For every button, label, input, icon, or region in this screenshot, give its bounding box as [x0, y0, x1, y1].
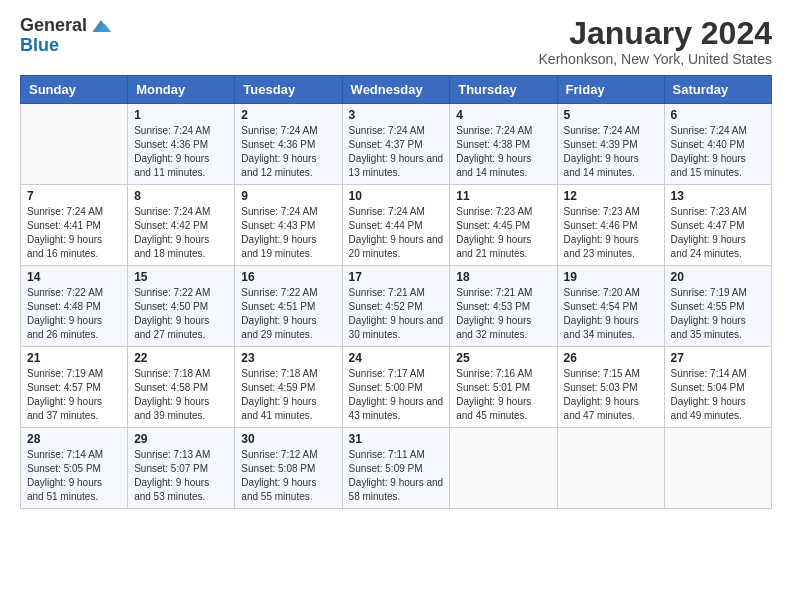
calendar-cell: 11Sunrise: 7:23 AMSunset: 4:45 PMDayligh… — [450, 185, 557, 266]
calendar-cell: 28Sunrise: 7:14 AMSunset: 5:05 PMDayligh… — [21, 428, 128, 509]
calendar-week-5: 28Sunrise: 7:14 AMSunset: 5:05 PMDayligh… — [21, 428, 772, 509]
calendar-cell: 8Sunrise: 7:24 AMSunset: 4:42 PMDaylight… — [128, 185, 235, 266]
calendar-cell: 2Sunrise: 7:24 AMSunset: 4:36 PMDaylight… — [235, 104, 342, 185]
day-number: 14 — [27, 270, 121, 284]
calendar-cell: 26Sunrise: 7:15 AMSunset: 5:03 PMDayligh… — [557, 347, 664, 428]
calendar-week-1: 1Sunrise: 7:24 AMSunset: 4:36 PMDaylight… — [21, 104, 772, 185]
calendar-cell: 31Sunrise: 7:11 AMSunset: 5:09 PMDayligh… — [342, 428, 450, 509]
day-info: Sunrise: 7:14 AMSunset: 5:04 PMDaylight:… — [671, 367, 765, 423]
calendar-cell: 25Sunrise: 7:16 AMSunset: 5:01 PMDayligh… — [450, 347, 557, 428]
calendar-cell — [664, 428, 771, 509]
calendar-cell: 9Sunrise: 7:24 AMSunset: 4:43 PMDaylight… — [235, 185, 342, 266]
day-info: Sunrise: 7:19 AMSunset: 4:55 PMDaylight:… — [671, 286, 765, 342]
header-thursday: Thursday — [450, 76, 557, 104]
day-number: 22 — [134, 351, 228, 365]
calendar-cell: 23Sunrise: 7:18 AMSunset: 4:59 PMDayligh… — [235, 347, 342, 428]
calendar-header: SundayMondayTuesdayWednesdayThursdayFrid… — [21, 76, 772, 104]
day-number: 19 — [564, 270, 658, 284]
day-info: Sunrise: 7:22 AMSunset: 4:51 PMDaylight:… — [241, 286, 335, 342]
calendar-cell: 10Sunrise: 7:24 AMSunset: 4:44 PMDayligh… — [342, 185, 450, 266]
calendar-cell: 30Sunrise: 7:12 AMSunset: 5:08 PMDayligh… — [235, 428, 342, 509]
calendar-table: SundayMondayTuesdayWednesdayThursdayFrid… — [20, 75, 772, 509]
day-number: 5 — [564, 108, 658, 122]
calendar-cell: 17Sunrise: 7:21 AMSunset: 4:52 PMDayligh… — [342, 266, 450, 347]
calendar-cell: 12Sunrise: 7:23 AMSunset: 4:46 PMDayligh… — [557, 185, 664, 266]
day-info: Sunrise: 7:23 AMSunset: 4:45 PMDaylight:… — [456, 205, 550, 261]
day-number: 16 — [241, 270, 335, 284]
day-number: 17 — [349, 270, 444, 284]
day-info: Sunrise: 7:24 AMSunset: 4:38 PMDaylight:… — [456, 124, 550, 180]
day-number: 4 — [456, 108, 550, 122]
calendar-cell: 22Sunrise: 7:18 AMSunset: 4:58 PMDayligh… — [128, 347, 235, 428]
calendar-cell: 15Sunrise: 7:22 AMSunset: 4:50 PMDayligh… — [128, 266, 235, 347]
day-number: 10 — [349, 189, 444, 203]
calendar-cell: 14Sunrise: 7:22 AMSunset: 4:48 PMDayligh… — [21, 266, 128, 347]
header-wednesday: Wednesday — [342, 76, 450, 104]
day-info: Sunrise: 7:24 AMSunset: 4:42 PMDaylight:… — [134, 205, 228, 261]
day-number: 8 — [134, 189, 228, 203]
day-number: 18 — [456, 270, 550, 284]
day-info: Sunrise: 7:23 AMSunset: 4:47 PMDaylight:… — [671, 205, 765, 261]
calendar-cell: 20Sunrise: 7:19 AMSunset: 4:55 PMDayligh… — [664, 266, 771, 347]
calendar-cell: 27Sunrise: 7:14 AMSunset: 5:04 PMDayligh… — [664, 347, 771, 428]
day-number: 9 — [241, 189, 335, 203]
day-info: Sunrise: 7:23 AMSunset: 4:46 PMDaylight:… — [564, 205, 658, 261]
day-number: 26 — [564, 351, 658, 365]
header-monday: Monday — [128, 76, 235, 104]
calendar-cell: 6Sunrise: 7:24 AMSunset: 4:40 PMDaylight… — [664, 104, 771, 185]
day-info: Sunrise: 7:24 AMSunset: 4:36 PMDaylight:… — [241, 124, 335, 180]
calendar-cell: 7Sunrise: 7:24 AMSunset: 4:41 PMDaylight… — [21, 185, 128, 266]
calendar-cell — [557, 428, 664, 509]
day-number: 6 — [671, 108, 765, 122]
day-info: Sunrise: 7:21 AMSunset: 4:52 PMDaylight:… — [349, 286, 444, 342]
day-number: 3 — [349, 108, 444, 122]
day-info: Sunrise: 7:24 AMSunset: 4:36 PMDaylight:… — [134, 124, 228, 180]
page-header: General Blue January 2024 Kerhonkson, Ne… — [20, 16, 772, 67]
day-number: 24 — [349, 351, 444, 365]
day-info: Sunrise: 7:24 AMSunset: 4:39 PMDaylight:… — [564, 124, 658, 180]
day-info: Sunrise: 7:24 AMSunset: 4:41 PMDaylight:… — [27, 205, 121, 261]
day-number: 7 — [27, 189, 121, 203]
day-number: 1 — [134, 108, 228, 122]
day-info: Sunrise: 7:11 AMSunset: 5:09 PMDaylight:… — [349, 448, 444, 504]
logo: General Blue — [20, 16, 113, 56]
day-number: 2 — [241, 108, 335, 122]
calendar-header-row: SundayMondayTuesdayWednesdayThursdayFrid… — [21, 76, 772, 104]
calendar-cell: 16Sunrise: 7:22 AMSunset: 4:51 PMDayligh… — [235, 266, 342, 347]
day-number: 11 — [456, 189, 550, 203]
header-saturday: Saturday — [664, 76, 771, 104]
title-block: January 2024 Kerhonkson, New York, Unite… — [539, 16, 772, 67]
calendar-cell: 18Sunrise: 7:21 AMSunset: 4:53 PMDayligh… — [450, 266, 557, 347]
calendar-cell: 1Sunrise: 7:24 AMSunset: 4:36 PMDaylight… — [128, 104, 235, 185]
calendar-week-3: 14Sunrise: 7:22 AMSunset: 4:48 PMDayligh… — [21, 266, 772, 347]
day-number: 31 — [349, 432, 444, 446]
day-number: 13 — [671, 189, 765, 203]
logo-icon — [89, 16, 113, 36]
day-info: Sunrise: 7:24 AMSunset: 4:40 PMDaylight:… — [671, 124, 765, 180]
day-number: 21 — [27, 351, 121, 365]
header-friday: Friday — [557, 76, 664, 104]
logo-general: General — [20, 16, 87, 36]
day-number: 12 — [564, 189, 658, 203]
day-info: Sunrise: 7:18 AMSunset: 4:58 PMDaylight:… — [134, 367, 228, 423]
calendar-cell: 21Sunrise: 7:19 AMSunset: 4:57 PMDayligh… — [21, 347, 128, 428]
day-info: Sunrise: 7:20 AMSunset: 4:54 PMDaylight:… — [564, 286, 658, 342]
day-info: Sunrise: 7:12 AMSunset: 5:08 PMDaylight:… — [241, 448, 335, 504]
day-info: Sunrise: 7:17 AMSunset: 5:00 PMDaylight:… — [349, 367, 444, 423]
calendar-cell: 19Sunrise: 7:20 AMSunset: 4:54 PMDayligh… — [557, 266, 664, 347]
calendar-week-4: 21Sunrise: 7:19 AMSunset: 4:57 PMDayligh… — [21, 347, 772, 428]
calendar-cell — [21, 104, 128, 185]
day-number: 25 — [456, 351, 550, 365]
calendar-cell: 29Sunrise: 7:13 AMSunset: 5:07 PMDayligh… — [128, 428, 235, 509]
day-info: Sunrise: 7:15 AMSunset: 5:03 PMDaylight:… — [564, 367, 658, 423]
day-info: Sunrise: 7:13 AMSunset: 5:07 PMDaylight:… — [134, 448, 228, 504]
day-info: Sunrise: 7:16 AMSunset: 5:01 PMDaylight:… — [456, 367, 550, 423]
calendar-cell: 13Sunrise: 7:23 AMSunset: 4:47 PMDayligh… — [664, 185, 771, 266]
day-info: Sunrise: 7:24 AMSunset: 4:43 PMDaylight:… — [241, 205, 335, 261]
calendar-cell: 5Sunrise: 7:24 AMSunset: 4:39 PMDaylight… — [557, 104, 664, 185]
day-number: 15 — [134, 270, 228, 284]
day-number: 20 — [671, 270, 765, 284]
day-info: Sunrise: 7:22 AMSunset: 4:48 PMDaylight:… — [27, 286, 121, 342]
day-number: 23 — [241, 351, 335, 365]
day-number: 30 — [241, 432, 335, 446]
